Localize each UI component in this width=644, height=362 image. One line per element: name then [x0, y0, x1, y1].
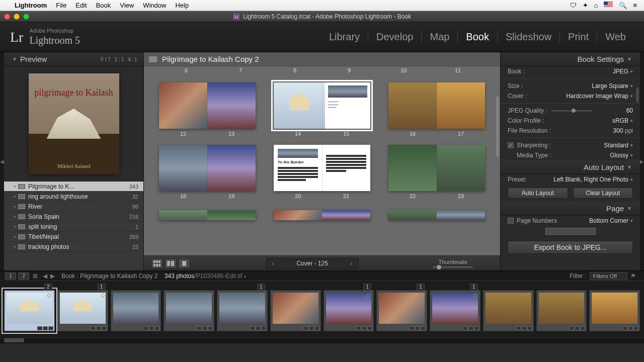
book-spread[interactable]: To the Border: [274, 145, 370, 191]
prev-page-button[interactable]: ‹: [267, 260, 280, 267]
notification-center-icon[interactable]: ≡: [633, 2, 637, 9]
clear-layout-button[interactable]: Clear Layout: [573, 188, 633, 199]
flag-icon[interactable]: [473, 294, 477, 298]
flag-icon[interactable]: [101, 294, 105, 298]
view-menu[interactable]: View: [115, 2, 138, 9]
minimize-window-button[interactable]: [14, 14, 20, 20]
thumbnail-size-slider[interactable]: Thumbnails: [433, 259, 473, 268]
book-spread[interactable]: [388, 145, 485, 191]
filmstrip-thumbnail[interactable]: 1: [57, 290, 108, 331]
filter-dropdown[interactable]: Filters Off: [590, 272, 627, 280]
page-numbers-checkbox[interactable]: [508, 218, 514, 224]
module-library[interactable]: Library: [321, 31, 368, 43]
edit-menu[interactable]: Edit: [71, 2, 91, 9]
1password-icon[interactable]: ⌂: [594, 2, 598, 9]
color-profile-row[interactable]: Color Profile :sRGB▾: [501, 116, 640, 126]
sync-icon[interactable]: ✦: [583, 2, 588, 9]
export-book-button[interactable]: Export Book to JPEG...: [508, 241, 633, 254]
page-layout-thumbnail[interactable]: [545, 228, 596, 235]
flag-icon[interactable]: [632, 294, 636, 298]
next-page-button[interactable]: ›: [345, 260, 358, 267]
book-menu[interactable]: Book: [92, 2, 116, 9]
multipage-view-icon[interactable]: [149, 56, 157, 62]
book-size-row[interactable]: Size :Large Square▾: [501, 81, 640, 91]
main-window-button[interactable]: 1: [5, 273, 16, 280]
left-panel-collapse-icon[interactable]: ◀: [0, 52, 4, 270]
module-map[interactable]: Map: [422, 31, 458, 43]
book-spread[interactable]: ━━━━━━━━━━━━━━━━━━━━━━━━━━━━: [274, 82, 370, 129]
nav-back-button[interactable]: ◀: [43, 273, 47, 280]
single-page-view-button[interactable]: [178, 258, 190, 268]
filmstrip-thumbnail[interactable]: 1: [217, 290, 268, 331]
window-menu[interactable]: Window: [138, 2, 171, 9]
filmstrip-thumbnail[interactable]: [164, 290, 214, 331]
grid-view-icon[interactable]: ⊞: [33, 273, 40, 280]
layout-preset-row[interactable]: Preset:Left Blank, Right One Photo▾: [501, 174, 640, 185]
filmstrip-source[interactable]: Book : Pilgrimage to Kailash Copy 2 343 …: [61, 273, 247, 280]
collection-row[interactable]: ▸Soria Spain216: [4, 212, 143, 222]
filmstrip-thumbnail[interactable]: [536, 290, 587, 331]
book-format-row[interactable]: Book :JPEG▾: [501, 66, 640, 76]
auto-layout-button[interactable]: Auto Layout: [508, 188, 568, 199]
input-flag-icon[interactable]: [604, 2, 613, 9]
flag-icon[interactable]: [260, 294, 264, 298]
collection-row[interactable]: ▸Tibet/Nepal269: [4, 232, 143, 242]
close-window-button[interactable]: [4, 14, 10, 20]
zoom-window-button[interactable]: [23, 14, 29, 20]
collection-row[interactable]: ▸split toning1: [4, 222, 143, 232]
filmstrip[interactable]: 211111: [0, 281, 644, 338]
collection-row[interactable]: ▸tracklog photos15: [4, 242, 143, 252]
book-cover-preview[interactable]: pilgrimage to Kailash Mikkel Aaland: [29, 73, 119, 174]
filmstrip-thumbnail[interactable]: 1: [324, 290, 374, 331]
nav-forward-button[interactable]: ▶: [50, 273, 55, 280]
right-panel-collapse-icon[interactable]: ▶: [640, 52, 644, 270]
collection-row[interactable]: ▸ring around lighthouse32: [4, 192, 143, 202]
filmstrip-thumbnail[interactable]: [111, 290, 162, 331]
spread-view-button[interactable]: [165, 258, 177, 268]
filmstrip-scrollbar[interactable]: [0, 338, 644, 343]
auto-layout-header[interactable]: Auto Layout▼: [501, 160, 640, 174]
book-spread[interactable]: [159, 145, 256, 191]
file-resolution-row[interactable]: File Resolution :300 ppi: [501, 126, 640, 136]
filmstrip-thumbnail[interactable]: 2: [4, 290, 55, 331]
filmstrip-thumbnail[interactable]: 1: [430, 290, 480, 331]
book-settings-header[interactable]: Book Settings▼: [501, 52, 640, 66]
flag-icon[interactable]: [313, 294, 317, 298]
help-menu[interactable]: Help: [171, 2, 193, 9]
page-panel-header[interactable]: Page▼: [501, 202, 640, 216]
cover-type-row[interactable]: Cover :Hardcover Image Wrap▾: [501, 91, 640, 101]
collection-row[interactable]: ▸River98: [4, 202, 143, 212]
spread-grid[interactable]: 67891011 1213━━━━━━━━━━━━━━━━━━━━━━━━━━━…: [144, 66, 500, 255]
jpeg-quality-row[interactable]: JPEG Quality :60: [501, 106, 640, 116]
collection-row[interactable]: ▸Pilgrimage to K…343: [4, 182, 143, 192]
filmstrip-thumbnail[interactable]: [270, 290, 321, 331]
zoom-ratios[interactable]: FIT 1:1 4:1: [101, 56, 138, 62]
book-spread[interactable]: [159, 82, 256, 129]
second-window-button[interactable]: 2: [18, 273, 29, 280]
filter-lock-icon[interactable]: ⚑: [630, 273, 636, 280]
book-spread[interactable]: [388, 82, 485, 129]
right-panel-scrollbar[interactable]: [636, 87, 639, 103]
filmstrip-thumbnail[interactable]: [483, 290, 534, 331]
filmstrip-thumbnail[interactable]: [589, 290, 640, 331]
norton-icon[interactable]: 🛡︎: [570, 2, 577, 9]
flag-icon[interactable]: [207, 294, 211, 298]
app-menu[interactable]: Lightroom: [10, 2, 51, 9]
module-slideshow[interactable]: Slideshow: [498, 31, 560, 43]
flag-icon[interactable]: [420, 294, 424, 298]
quality-slider[interactable]: [551, 110, 592, 112]
module-web[interactable]: Web: [597, 31, 634, 43]
page-numbers-row[interactable]: Page NumbersBottom Corner▾: [501, 216, 640, 226]
module-book[interactable]: Book: [458, 31, 498, 43]
preview-panel-header[interactable]: ▼ Preview FIT 1:1 4:1: [4, 52, 143, 66]
sharpening-checkbox[interactable]: ✓: [508, 142, 514, 148]
filmstrip-thumbnail[interactable]: 1: [376, 290, 427, 331]
media-type-row[interactable]: Media Type :Glossy▾: [501, 150, 640, 160]
grid-scrollbar[interactable]: [496, 97, 499, 157]
flag-icon[interactable]: [47, 294, 51, 298]
file-menu[interactable]: File: [51, 2, 71, 9]
spotlight-icon[interactable]: 🔍: [619, 2, 627, 9]
module-print[interactable]: Print: [560, 31, 597, 43]
module-develop[interactable]: Develop: [368, 31, 422, 43]
flag-icon[interactable]: [526, 294, 530, 298]
